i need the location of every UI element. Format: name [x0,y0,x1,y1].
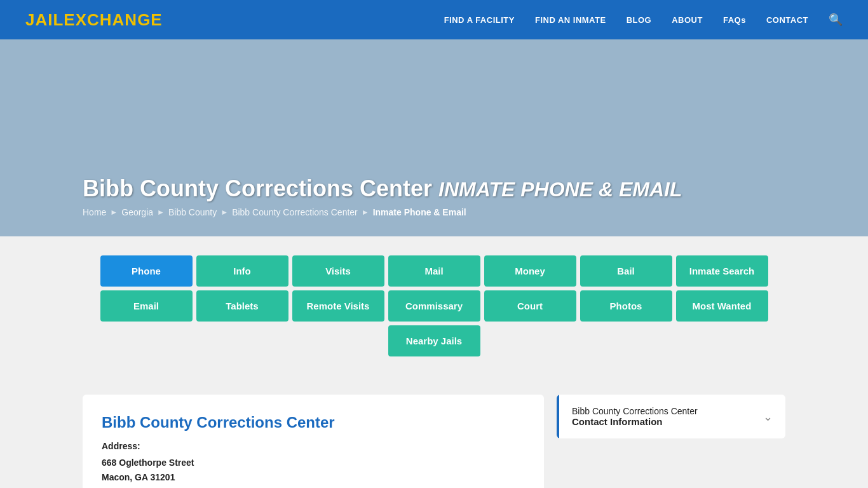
tabs-row-3: Nearby Jails [388,325,480,356]
tabs-grid: Phone Info Visits Mail Money Bail Inmate… [83,255,785,356]
hero-title-main: Bibb County Corrections Center [83,175,438,201]
tab-visits[interactable]: Visits [292,255,384,287]
tab-inmate-search[interactable]: Inmate Search [676,255,768,287]
hero-section: Bibb County Corrections Center INMATE PH… [0,39,868,236]
nav-about[interactable]: ABOUT [672,15,703,25]
address-label: Address: [102,439,525,453]
logo-exchange: EXCHANGE [64,10,162,29]
breadcrumb-sep-1: ► [110,208,118,217]
tabs-row-2: Email Tablets Remote Visits Commissary C… [100,290,768,322]
sidebar-contact-card: Bibb County Corrections Center Contact I… [557,395,785,438]
site-header: JAILEXCHANGE FIND A FACILITY FIND AN INM… [0,0,868,39]
breadcrumb-current: Inmate Phone & Email [373,207,466,217]
tab-nearby-jails[interactable]: Nearby Jails [388,325,480,356]
tab-commissary[interactable]: Commissary [388,290,480,322]
sidebar-facility-name: Bibb County Corrections Center [572,406,698,416]
nav-blog[interactable]: BLOG [627,15,652,25]
tab-most-wanted[interactable]: Most Wanted [676,290,768,322]
sidebar-header-text: Bibb County Corrections Center Contact I… [572,406,698,427]
breadcrumb-sep-3: ► [220,208,228,217]
breadcrumb-georgia[interactable]: Georgia [121,207,153,217]
site-logo[interactable]: JAILEXCHANGE [25,10,163,30]
tab-bail[interactable]: Bail [580,255,672,287]
tab-photos[interactable]: Photos [580,290,672,322]
main-nav: FIND A FACILITY FIND AN INMATE BLOG ABOU… [444,13,843,27]
tab-info[interactable]: Info [196,255,288,287]
sidebar-header[interactable]: Bibb County Corrections Center Contact I… [557,395,785,438]
hero-title-italic: INMATE PHONE & EMAIL [438,178,682,201]
breadcrumb-home[interactable]: Home [83,207,106,217]
nav-find-inmate[interactable]: FIND AN INMATE [535,15,606,25]
search-icon[interactable]: 🔍 [829,13,843,27]
tabs-section: Phone Info Visits Mail Money Bail Inmate… [0,236,868,376]
tab-remote-visits[interactable]: Remote Visits [292,290,384,322]
tab-tablets[interactable]: Tablets [196,290,288,322]
content-section: Bibb County Corrections Center Address: … [0,376,868,488]
hero-content: Bibb County Corrections Center INMATE PH… [83,175,785,217]
facility-card-title: Bibb County Corrections Center [102,414,525,431]
breadcrumb: Home ► Georgia ► Bibb County ► Bibb Coun… [83,207,785,217]
breadcrumb-sep-4: ► [362,208,369,217]
address-line2: Macon, GA 31201 [102,470,525,484]
tabs-row-1: Phone Info Visits Mail Money Bail Inmate… [100,255,768,287]
nav-faqs[interactable]: FAQs [723,15,746,25]
nav-contact[interactable]: CONTACT [766,15,808,25]
tab-money[interactable]: Money [484,255,576,287]
nav-find-facility[interactable]: FIND A FACILITY [444,15,515,25]
breadcrumb-facility[interactable]: Bibb County Corrections Center [232,207,358,217]
tab-email[interactable]: Email [100,290,193,322]
breadcrumb-sep-2: ► [157,208,165,217]
sidebar-contact-label: Contact Information [572,416,698,427]
hero-title: Bibb County Corrections Center INMATE PH… [83,175,785,202]
tab-court[interactable]: Court [484,290,576,322]
breadcrumb-county[interactable]: Bibb County [168,207,217,217]
address-line1: 668 Oglethorpe Street [102,456,525,470]
tab-mail[interactable]: Mail [388,255,480,287]
facility-info-card: Bibb County Corrections Center Address: … [83,395,544,488]
tab-phone[interactable]: Phone [100,255,193,287]
chevron-down-icon[interactable]: ⌄ [763,410,773,424]
logo-jail: JAIL [25,10,64,29]
